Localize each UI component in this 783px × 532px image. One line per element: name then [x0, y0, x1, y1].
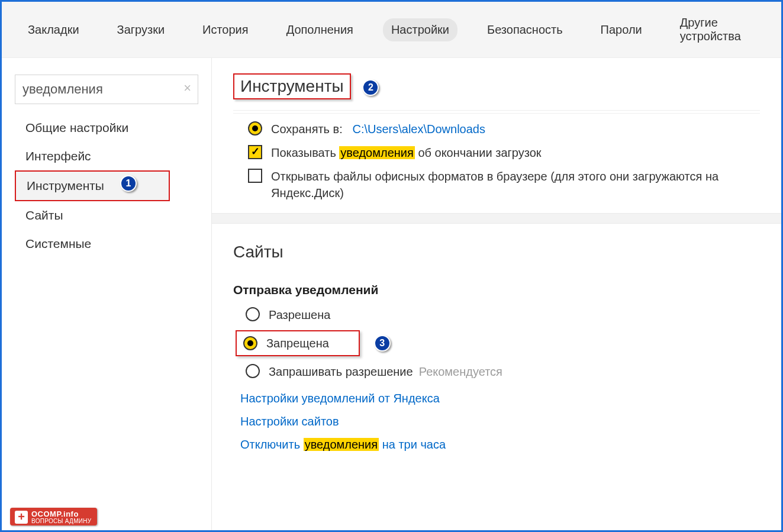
sidebar-item-interface[interactable]: Интерфейс — [2, 142, 211, 170]
radio-icon — [245, 363, 260, 379]
sidebar-item-sites[interactable]: Сайты — [2, 201, 211, 230]
link-yandex-notify-settings[interactable]: Настройки уведомлений от Яндекса — [240, 392, 760, 405]
checkbox-icon: ✓ — [247, 144, 263, 160]
tools-heading-text: Инструменты — [233, 73, 351, 99]
save-to-path-link[interactable]: C:\Users\alex\Downloads — [352, 122, 485, 136]
search-input[interactable] — [15, 75, 198, 104]
save-to-label: Сохранять в: — [271, 122, 343, 136]
plus-icon: + — [15, 511, 28, 524]
section-sites-heading: Сайты — [212, 224, 781, 272]
radio-icon — [247, 121, 263, 136]
sidebar-item-system[interactable]: Системные — [2, 230, 211, 258]
top-nav: Закладки Загрузки История Дополнения Нас… — [2, 2, 781, 58]
sidebar-item-tools[interactable]: Инструменты — [15, 170, 170, 201]
watermark-title: OCOMP.info — [31, 510, 91, 518]
tab-other-devices[interactable]: Другие устройства — [672, 11, 763, 48]
tab-downloads[interactable]: Загрузки — [109, 18, 173, 41]
sidebar-item-general[interactable]: Общие настройки — [2, 114, 211, 142]
annotation-badge-2: 2 — [362, 79, 379, 96]
annotation-badge-1: 1 — [120, 175, 137, 192]
option-show-notify[interactable]: ✓ Показывать уведомления об окончании за… — [212, 141, 781, 165]
checkbox-icon — [247, 168, 263, 183]
sidebar: × Общие настройки Интерфейс Инструменты … — [2, 58, 212, 530]
option-open-office[interactable]: Открывать файлы офисных форматов в брауз… — [212, 165, 781, 205]
option-notify-allowed[interactable]: Разрешена — [212, 303, 781, 327]
watermark: + OCOMP.info ВОПРОСЫ АДМИНУ — [10, 508, 97, 525]
tab-history[interactable]: История — [194, 18, 257, 41]
notify-denied-label: Запрещена — [266, 335, 353, 352]
tab-bookmarks[interactable]: Закладки — [20, 18, 88, 41]
subheading-notifications: Отправка уведомлений — [212, 272, 781, 303]
tab-passwords[interactable]: Пароли — [592, 18, 650, 41]
option-notify-denied-row: Запрещена 3 — [212, 327, 781, 360]
tab-addons[interactable]: Дополнения — [278, 18, 362, 41]
link-disable-3h[interactable]: Отключить уведомления на три часа — [240, 438, 760, 452]
notify-ask-label: Запрашивать разрешениеРекомендуется — [269, 363, 502, 380]
content: Инструменты 2 Сохранять в: C:\Users\alex… — [212, 58, 781, 530]
show-notify-label: Показывать уведомления об окончании загр… — [271, 144, 542, 161]
radio-icon — [245, 307, 260, 322]
section-tools-heading: Инструменты 2 — [212, 58, 781, 110]
option-notify-denied[interactable]: Запрещена — [236, 330, 360, 356]
tab-settings[interactable]: Настройки — [383, 18, 457, 41]
open-office-label: Открывать файлы офисных форматов в брауз… — [271, 168, 760, 201]
option-save-to[interactable]: Сохранять в: C:\Users\alex\Downloads — [212, 117, 781, 141]
section-divider — [212, 213, 781, 224]
recommended-hint: Рекомендуется — [419, 365, 502, 378]
tab-security[interactable]: Безопасность — [479, 18, 571, 41]
annotation-badge-3: 3 — [374, 335, 391, 352]
notify-allowed-label: Разрешена — [269, 307, 330, 323]
panel-cut-top — [233, 110, 760, 114]
link-site-settings[interactable]: Настройки сайтов — [240, 415, 760, 428]
watermark-sub: ВОПРОСЫ АДМИНУ — [31, 518, 91, 525]
clear-search-icon[interactable]: × — [183, 82, 191, 95]
option-notify-ask[interactable]: Запрашивать разрешениеРекомендуется — [212, 360, 781, 383]
radio-icon — [243, 336, 258, 351]
